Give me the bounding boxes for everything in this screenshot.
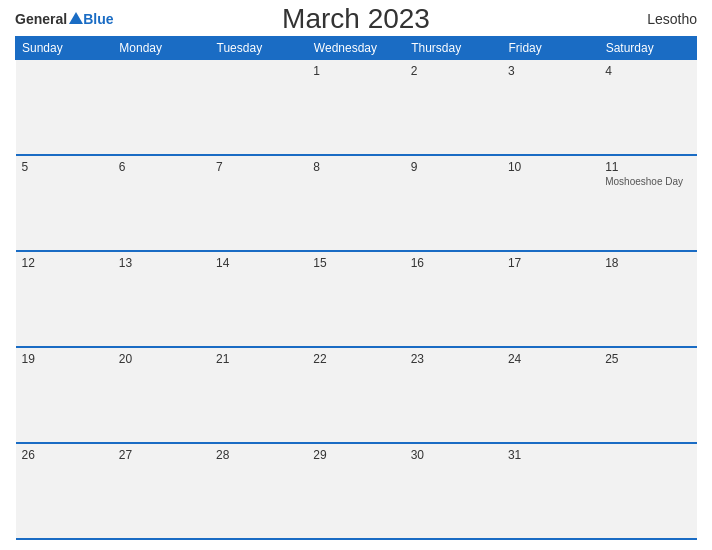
day-number: 20 xyxy=(119,352,204,366)
calendar-cell: 8 xyxy=(307,155,404,251)
day-number: 18 xyxy=(605,256,690,270)
day-number: 24 xyxy=(508,352,593,366)
calendar-cell: 12 xyxy=(16,251,113,347)
header-sunday: Sunday xyxy=(16,37,113,60)
day-number: 3 xyxy=(508,64,593,78)
calendar-cell: 21 xyxy=(210,347,307,443)
header-friday: Friday xyxy=(502,37,599,60)
calendar-cell: 28 xyxy=(210,443,307,539)
calendar-cell: 15 xyxy=(307,251,404,347)
day-number: 19 xyxy=(22,352,107,366)
day-number: 11 xyxy=(605,160,690,174)
calendar-cell: 5 xyxy=(16,155,113,251)
day-number: 21 xyxy=(216,352,301,366)
day-number: 6 xyxy=(119,160,204,174)
calendar-page: General Blue March 2023 Lesotho Sunday M… xyxy=(0,0,712,550)
day-number: 30 xyxy=(411,448,496,462)
calendar-cell: 1 xyxy=(307,60,404,156)
day-number: 9 xyxy=(411,160,496,174)
calendar-cell: 7 xyxy=(210,155,307,251)
calendar-cell: 19 xyxy=(16,347,113,443)
logo-blue: Blue xyxy=(83,11,113,27)
day-number: 15 xyxy=(313,256,398,270)
calendar-cell: 25 xyxy=(599,347,696,443)
day-number: 4 xyxy=(605,64,690,78)
logo-general: General xyxy=(15,11,67,27)
calendar-week-row: 262728293031 xyxy=(16,443,697,539)
day-number: 12 xyxy=(22,256,107,270)
logo: General Blue xyxy=(15,10,113,28)
day-number: 1 xyxy=(313,64,398,78)
calendar-cell: 9 xyxy=(405,155,502,251)
calendar-cell: 23 xyxy=(405,347,502,443)
calendar-cell: 2 xyxy=(405,60,502,156)
calendar-cell: 26 xyxy=(16,443,113,539)
calendar-cell: 16 xyxy=(405,251,502,347)
calendar-cell: 14 xyxy=(210,251,307,347)
calendar-cell: 24 xyxy=(502,347,599,443)
calendar-cell: 17 xyxy=(502,251,599,347)
calendar-cell: 22 xyxy=(307,347,404,443)
day-number: 10 xyxy=(508,160,593,174)
calendar-cell: 6 xyxy=(113,155,210,251)
calendar-cell: 20 xyxy=(113,347,210,443)
calendar-cell: 3 xyxy=(502,60,599,156)
weekday-header-row: Sunday Monday Tuesday Wednesday Thursday… xyxy=(16,37,697,60)
calendar-cell: 11Moshoeshoe Day xyxy=(599,155,696,251)
calendar-cell: 29 xyxy=(307,443,404,539)
logo-triangle-icon xyxy=(69,12,83,24)
day-number: 22 xyxy=(313,352,398,366)
day-number: 28 xyxy=(216,448,301,462)
day-number: 14 xyxy=(216,256,301,270)
calendar-cell xyxy=(210,60,307,156)
calendar-cell: 27 xyxy=(113,443,210,539)
calendar-cell xyxy=(599,443,696,539)
calendar-week-row: 19202122232425 xyxy=(16,347,697,443)
day-number: 27 xyxy=(119,448,204,462)
calendar-header: General Blue March 2023 Lesotho xyxy=(15,10,697,28)
calendar-cell: 10 xyxy=(502,155,599,251)
calendar-week-row: 1234 xyxy=(16,60,697,156)
header-wednesday: Wednesday xyxy=(307,37,404,60)
header-monday: Monday xyxy=(113,37,210,60)
day-number: 7 xyxy=(216,160,301,174)
day-number: 17 xyxy=(508,256,593,270)
calendar-cell: 31 xyxy=(502,443,599,539)
day-number: 23 xyxy=(411,352,496,366)
calendar-title: March 2023 xyxy=(282,3,430,35)
calendar-week-row: 567891011Moshoeshoe Day xyxy=(16,155,697,251)
day-number: 26 xyxy=(22,448,107,462)
event-label: Moshoeshoe Day xyxy=(605,176,690,187)
header-thursday: Thursday xyxy=(405,37,502,60)
day-number: 16 xyxy=(411,256,496,270)
header-tuesday: Tuesday xyxy=(210,37,307,60)
day-number: 25 xyxy=(605,352,690,366)
calendar-cell: 4 xyxy=(599,60,696,156)
day-number: 8 xyxy=(313,160,398,174)
calendar-table: Sunday Monday Tuesday Wednesday Thursday… xyxy=(15,36,697,540)
calendar-cell: 18 xyxy=(599,251,696,347)
calendar-cell xyxy=(113,60,210,156)
calendar-cell: 13 xyxy=(113,251,210,347)
day-number: 13 xyxy=(119,256,204,270)
day-number: 31 xyxy=(508,448,593,462)
day-number: 2 xyxy=(411,64,496,78)
country-name: Lesotho xyxy=(647,11,697,27)
day-number: 29 xyxy=(313,448,398,462)
calendar-cell xyxy=(16,60,113,156)
calendar-cell: 30 xyxy=(405,443,502,539)
day-number: 5 xyxy=(22,160,107,174)
header-saturday: Saturday xyxy=(599,37,696,60)
calendar-week-row: 12131415161718 xyxy=(16,251,697,347)
